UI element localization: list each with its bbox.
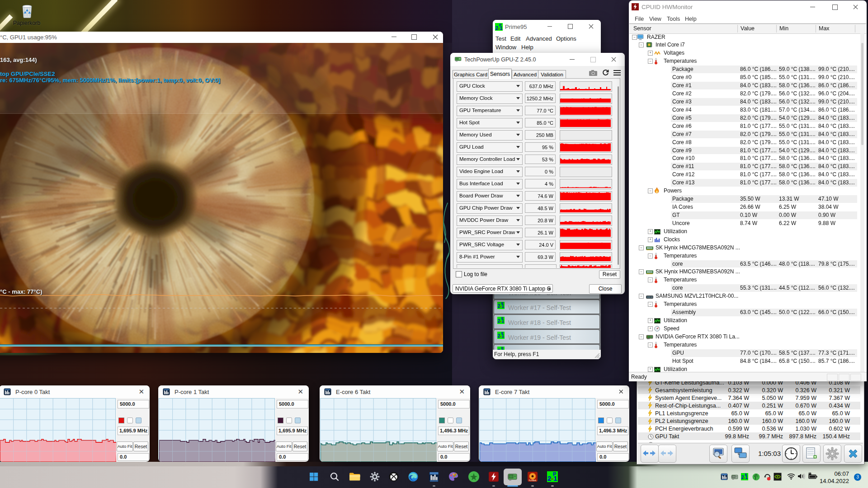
svg-text:FurMark: FurMark [529, 479, 537, 482]
